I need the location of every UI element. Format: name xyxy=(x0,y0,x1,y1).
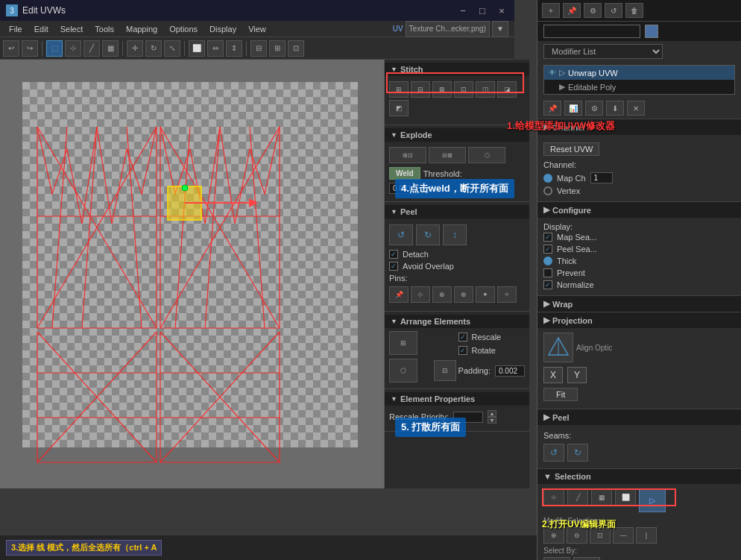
explode-btn-1[interactable]: ⊞⊡ xyxy=(389,147,426,163)
thick-radio[interactable] xyxy=(543,257,552,265)
menu-view[interactable]: View xyxy=(242,23,272,35)
loop-sel-btn[interactable]: ⊡ xyxy=(590,527,611,544)
graph-btn[interactable]: 📊 xyxy=(564,101,582,116)
vertex-mode-button[interactable]: ⊹ xyxy=(65,40,81,57)
rescale-down[interactable]: ▼ xyxy=(488,417,496,424)
shrink-sel-btn[interactable]: ⊖ xyxy=(567,527,587,544)
stitch-btn-5[interactable]: ◫ xyxy=(476,81,495,98)
explode-header[interactable]: ▼ Explode xyxy=(385,128,529,142)
maximize-button[interactable]: □ xyxy=(476,4,489,17)
vertex-radio[interactable] xyxy=(543,186,552,195)
rotate-checkbox[interactable]: ✓ xyxy=(458,346,467,355)
pin-btn-1[interactable]: 📌 xyxy=(389,286,409,303)
pin-btn-6[interactable]: ✧ xyxy=(497,286,517,303)
element-props-header[interactable]: ▼ Element Properties xyxy=(385,392,529,406)
stitch-btn-7[interactable]: ◩ xyxy=(389,100,409,116)
peel-btn-2[interactable]: ↻ xyxy=(416,224,440,245)
object-color[interactable] xyxy=(645,25,658,38)
texture-options[interactable]: ▼ xyxy=(492,21,508,37)
undo-button[interactable]: ↩ xyxy=(3,40,19,57)
menu-display[interactable]: Display xyxy=(204,23,242,35)
projection-section-title[interactable]: ▶ Projection xyxy=(537,312,741,328)
select-by-3d-btn[interactable] xyxy=(573,557,600,560)
peel-seams-checkbox[interactable]: ✓ xyxy=(543,245,552,254)
detach-checkbox[interactable]: ✓ xyxy=(389,250,398,259)
configure-section-title[interactable]: ▶ Configure xyxy=(537,201,741,218)
reset-modifier-btn[interactable]: ↺ xyxy=(605,3,622,18)
pin-btn-4[interactable]: ⊗ xyxy=(454,286,473,303)
menu-mapping[interactable]: Mapping xyxy=(120,23,163,35)
delete-btn[interactable]: ✕ xyxy=(627,101,645,116)
pin-btn-3[interactable]: ⊕ xyxy=(432,286,452,303)
flip-tool[interactable]: ⇕ xyxy=(226,40,242,57)
menu-file[interactable]: File xyxy=(3,23,28,35)
arrange-btn-3[interactable]: ⊟ xyxy=(434,360,456,381)
reset-uvw-button[interactable]: Reset UVW xyxy=(543,142,599,156)
close-button[interactable]: × xyxy=(495,4,508,17)
ring-sel-btn[interactable]: — xyxy=(613,527,634,544)
explode-btn-3[interactable]: ⬡ xyxy=(468,147,505,163)
peel-header[interactable]: ▼ Peel xyxy=(385,205,529,218)
redo-button[interactable]: ↪ xyxy=(22,40,38,57)
filter-btn[interactable]: ⊡ xyxy=(288,40,304,57)
pin-btn-5[interactable]: ✦ xyxy=(476,286,495,303)
rescale-checkbox[interactable]: ✓ xyxy=(458,333,467,342)
modifier-unwrap-uvw[interactable]: 👁 ▷ Unwrap UVW xyxy=(544,66,734,80)
pin-modifier-btn[interactable]: 📌 xyxy=(563,3,581,18)
threshold-input[interactable] xyxy=(389,183,426,194)
normalize-checkbox[interactable]: ✓ xyxy=(543,280,552,289)
rescale-up[interactable]: ▲ xyxy=(488,410,496,417)
peel-btn-1[interactable]: ↺ xyxy=(389,224,413,245)
arrange-btn-2[interactable]: ⬡ xyxy=(389,359,417,383)
peel-mod-btn-1[interactable]: ↺ xyxy=(543,444,564,462)
align-y-button[interactable]: Y xyxy=(567,367,587,383)
move-tool[interactable]: ✛ xyxy=(127,40,143,57)
map-seams-checkbox[interactable]: ✓ xyxy=(543,233,552,242)
sel-element-btn[interactable]: ▷ xyxy=(639,488,666,512)
scale-tool[interactable]: ⤡ xyxy=(164,40,180,57)
grow-sel-btn[interactable]: ⊕ xyxy=(543,527,564,544)
grid-btn[interactable]: ⊞ xyxy=(269,40,286,57)
delete-modifier-btn[interactable]: 🗑 xyxy=(625,3,643,18)
texture-dropdown[interactable]: Texture Ch...ecker.png) xyxy=(406,21,490,37)
select-mode-button[interactable]: ⬚ xyxy=(46,40,63,57)
channel-section-title[interactable]: ▶ Channel xyxy=(537,119,741,135)
weld-button[interactable]: Weld xyxy=(389,167,420,180)
align-x-button[interactable]: X xyxy=(543,367,563,383)
map-channel-input[interactable] xyxy=(590,172,613,183)
pin-btn-2[interactable]: ⊹ xyxy=(411,286,430,303)
fit-button[interactable]: Fit xyxy=(543,388,578,401)
arrange-btn-1[interactable]: ⊞ xyxy=(389,331,417,355)
rotate-tool[interactable]: ↻ xyxy=(145,40,162,57)
config-modifier-btn[interactable]: ⚙ xyxy=(584,3,602,18)
arrange-header[interactable]: ▼ Arrange Elements xyxy=(385,315,529,328)
menu-options[interactable]: Options xyxy=(163,23,204,35)
stitch-btn-2[interactable]: ⊟ xyxy=(411,81,430,98)
peel-mod-btn-2[interactable]: ↻ xyxy=(567,444,588,462)
face-mode-button[interactable]: ▦ xyxy=(102,40,119,57)
stitch-btn-1[interactable]: ⊞ xyxy=(389,81,409,98)
stitch-btn-3[interactable]: ⊠ xyxy=(432,81,452,98)
sel-all-btn[interactable]: ⬜ xyxy=(615,488,636,506)
menu-edit[interactable]: Edit xyxy=(28,23,54,35)
selection-section-title[interactable]: ▼ Selection xyxy=(537,468,741,484)
explode-btn-2[interactable]: ⊟⊠ xyxy=(429,147,466,163)
freeform-tool[interactable]: ⬜ xyxy=(189,40,205,57)
invert-sel-btn[interactable]: | xyxy=(636,527,657,544)
menu-tools[interactable]: Tools xyxy=(89,23,120,35)
select-by-uv-btn[interactable] xyxy=(543,557,570,560)
sel-edge-btn[interactable]: ╱ xyxy=(567,488,588,506)
avoid-overlap-checkbox[interactable]: ✓ xyxy=(389,262,398,271)
object-name-input[interactable]: Text001 xyxy=(543,25,640,38)
settings-btn[interactable]: ⚙ xyxy=(585,101,603,116)
minimize-button[interactable]: − xyxy=(456,4,470,17)
rescale-priority-input[interactable] xyxy=(453,412,483,423)
sel-vertex-btn[interactable]: ⊹ xyxy=(543,488,564,506)
threshold-spinner-up[interactable]: ▲ xyxy=(429,185,440,192)
peel-btn-3[interactable]: ↕ xyxy=(443,224,467,245)
modifier-editable-poly[interactable]: ▶ Editable Poly xyxy=(544,80,734,94)
snap-btn[interactable]: ⊟ xyxy=(250,40,267,57)
sel-face-btn[interactable]: ▦ xyxy=(591,488,612,506)
mod-peel-section-title[interactable]: ▶ Peel xyxy=(537,409,741,425)
prevent-checkbox[interactable] xyxy=(543,268,552,277)
